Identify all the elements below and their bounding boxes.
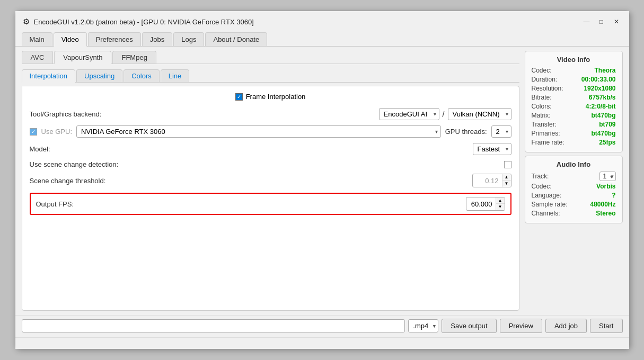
tab-interpolation[interactable]: Interpolation [22, 69, 76, 83]
divider-slash: / [443, 110, 445, 119]
scene-threshold-down[interactable]: ▼ [502, 181, 511, 187]
audio-track-select[interactable]: 1 [599, 172, 616, 181]
maximize-button[interactable]: □ [596, 16, 607, 27]
audio-samplerate-val: 48000Hz [590, 201, 615, 208]
add-job-button[interactable]: Add job [545, 319, 587, 333]
scene-threshold-row: Scene change threshold: ▲ ▼ [30, 174, 511, 187]
ext-select[interactable]: .mp4 [408, 319, 438, 332]
video-info-row-duration: Duration: 00:00:33.00 [532, 76, 616, 83]
output-fps-up[interactable]: ▲ [496, 197, 505, 204]
video-bitrate-val: 6757kb/s [589, 94, 616, 101]
interpolation-panel: Frame Interpolation Tool/Graphics backen… [22, 86, 519, 311]
video-info-box: Video Info Codec: Theora Duration: 00:00… [525, 51, 623, 152]
gpu-select-wrapper: NVIDIA GeForce RTX 3060 [76, 125, 441, 138]
video-info-row-transfer: Transfer: bt709 [532, 121, 616, 128]
audio-info-row-track: Track: 1 ▾ [532, 172, 616, 181]
video-info-row-colors: Colors: 4:2:0/8-bit [532, 103, 616, 110]
tab-preferences[interactable]: Preferences [88, 32, 141, 46]
start-button[interactable]: Start [590, 319, 622, 333]
scene-threshold-value: ▲ ▼ [151, 174, 511, 187]
scene-detect-row: Use scene change detection: [30, 160, 511, 168]
frame-interp-header: Frame Interpolation [30, 93, 511, 101]
scene-threshold-up[interactable]: ▲ [502, 174, 511, 181]
gpu-row: Use GPU: NVIDIA GeForce RTX 3060 GPU thr… [30, 125, 511, 138]
audio-codec-key: Codec: [532, 183, 552, 190]
model-select[interactable]: Fastest [473, 143, 511, 155]
audio-track-select-wrapper: 1 ▾ [599, 172, 616, 181]
output-fps-label: Output FPS: [36, 200, 153, 208]
tab-video[interactable]: Video [54, 32, 87, 47]
output-fps-input[interactable] [466, 199, 496, 210]
tab-jobs[interactable]: Jobs [142, 32, 172, 46]
window-title: EncodeGUI v1.2.0b (patron beta) - [GPU 0… [34, 18, 254, 26]
tab-vapoursynth[interactable]: VapourSynth [54, 51, 111, 64]
audio-info-row-language: Language: ? [532, 192, 616, 199]
scene-threshold-spinbox-btns: ▲ ▼ [502, 174, 511, 187]
audio-info-row-codec: Codec: Vorbis [532, 183, 616, 190]
backend-select[interactable]: Vulkan (NCNN) [448, 108, 511, 120]
title-bar-left: ⚙ EncodeGUI v1.2.0b (patron beta) - [GPU… [23, 17, 254, 26]
tab-about-donate[interactable]: About / Donate [205, 32, 267, 46]
video-info-row-primaries: Primaries: bt470bg [532, 130, 616, 137]
model-select-wrapper: Fastest [473, 143, 511, 155]
scene-detect-label: Use scene change detection: [30, 160, 146, 168]
video-bitrate-key: Bitrate: [532, 94, 552, 101]
video-codec-val: Theora [594, 67, 615, 74]
minimize-button[interactable]: — [581, 16, 592, 27]
tab-colors[interactable]: Colors [123, 69, 160, 82]
audio-language-val: ? [612, 192, 615, 199]
tool-label: Tool/Graphics backend: [30, 110, 146, 118]
use-gpu-label: Use GPU: [41, 128, 73, 136]
audio-track-key: Track: [532, 173, 549, 180]
audio-info-box: Audio Info Track: 1 ▾ Codec: Vorbis Lang… [525, 156, 623, 223]
gpu-select[interactable]: NVIDIA GeForce RTX 3060 [76, 125, 441, 138]
audio-channels-key: Channels: [532, 210, 560, 217]
tab-ffmpeg[interactable]: FFMpeg [112, 51, 156, 64]
scene-detect-checkbox[interactable] [504, 161, 511, 168]
audio-info-title: Audio Info [532, 160, 616, 168]
video-matrix-val: bt470bg [591, 112, 615, 119]
tab-avc[interactable]: AVC [22, 51, 54, 64]
gpu-threads-select[interactable]: 2 [491, 125, 511, 138]
video-info-title: Video Info [532, 56, 616, 64]
right-panel: Video Info Codec: Theora Duration: 00:00… [525, 51, 623, 311]
output-path-input[interactable] [22, 319, 405, 332]
video-matrix-key: Matrix: [532, 112, 551, 119]
ext-select-wrapper: .mp4 ▾ [408, 319, 438, 332]
gear-icon: ⚙ [23, 17, 30, 26]
video-duration-key: Duration: [532, 76, 558, 83]
model-label: Model: [30, 145, 146, 153]
video-framerate-val: 25fps [599, 139, 615, 146]
tab-upscaling[interactable]: Upscaling [76, 69, 122, 82]
output-fps-down[interactable]: ▼ [496, 204, 505, 210]
audio-samplerate-key: Sample rate: [532, 201, 568, 208]
frame-interp-checkbox[interactable] [235, 93, 243, 101]
model-row: Model: Fastest [30, 143, 511, 155]
scene-threshold-input[interactable] [473, 175, 502, 186]
audio-info-row-channels: Channels: Stereo [532, 210, 616, 217]
video-info-row-matrix: Matrix: bt470bg [532, 112, 616, 119]
preview-button[interactable]: Preview [500, 319, 542, 333]
tool-select-wrapper: EncodeGUI AI [379, 108, 439, 120]
output-fps-spinbox: ▲ ▼ [466, 197, 505, 211]
close-button[interactable]: ✕ [611, 16, 622, 27]
output-fps-spinbox-btns: ▲ ▼ [496, 197, 505, 210]
video-resolution-val: 1920x1080 [584, 85, 615, 92]
video-info-row-codec: Codec: Theora [532, 67, 616, 74]
content-area: AVC VapourSynth FFMpeg Interpolation Ups… [15, 47, 629, 315]
audio-language-key: Language: [532, 192, 562, 199]
video-transfer-val: bt709 [599, 121, 615, 128]
tab-main[interactable]: Main [22, 32, 52, 46]
frame-interp-label: Frame Interpolation [246, 93, 306, 101]
tool-backend-row: Tool/Graphics backend: EncodeGUI AI / Vu… [30, 108, 511, 120]
model-value: Fastest [151, 143, 511, 155]
tab-line[interactable]: Line [161, 69, 190, 82]
use-gpu-checkbox[interactable] [30, 128, 37, 136]
tab-logs[interactable]: Logs [173, 32, 204, 46]
video-framerate-key: Frame rate: [532, 139, 564, 146]
sub-tab-bar: Interpolation Upscaling Colors Line [22, 69, 519, 83]
tool-select[interactable]: EncodeGUI AI [379, 108, 439, 120]
video-primaries-val: bt470bg [591, 130, 615, 137]
save-output-button[interactable]: Save output [442, 319, 496, 333]
video-duration-val: 00:00:33.00 [581, 76, 616, 83]
